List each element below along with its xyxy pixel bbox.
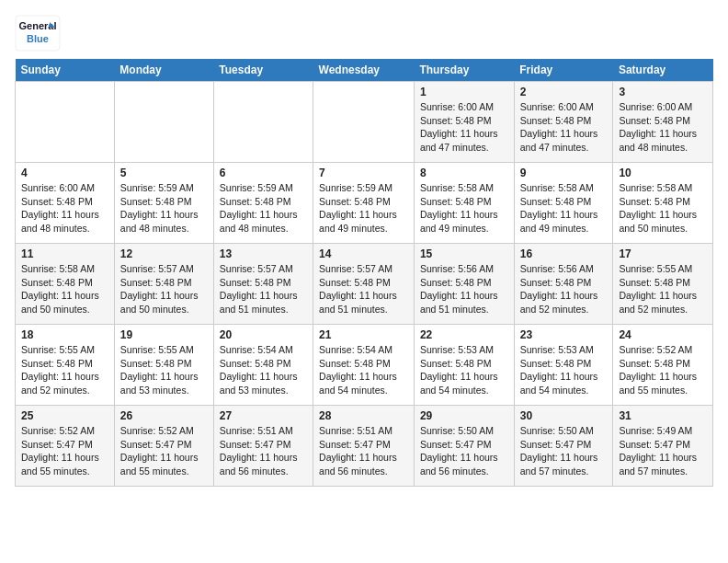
day-info: Sunrise: 5:52 AM Sunset: 5:48 PM Dayligh… xyxy=(619,343,707,397)
day-info: Sunrise: 6:00 AM Sunset: 5:48 PM Dayligh… xyxy=(619,100,707,155)
calendar-cell xyxy=(16,82,115,163)
day-info: Sunrise: 5:50 AM Sunset: 5:47 PM Dayligh… xyxy=(520,424,608,478)
calendar-week-row: 25Sunrise: 5:52 AM Sunset: 5:47 PM Dayli… xyxy=(16,406,713,487)
day-number: 4 xyxy=(21,167,108,179)
day-number: 31 xyxy=(619,409,707,422)
day-number: 27 xyxy=(220,409,307,422)
calendar-cell: 13Sunrise: 5:57 AM Sunset: 5:48 PM Dayli… xyxy=(213,244,313,325)
header-tuesday: Tuesday xyxy=(213,59,313,82)
day-info: Sunrise: 5:57 AM Sunset: 5:48 PM Dayligh… xyxy=(319,262,408,316)
day-info: Sunrise: 5:56 AM Sunset: 5:48 PM Dayligh… xyxy=(420,262,508,316)
day-info: Sunrise: 5:51 AM Sunset: 5:47 PM Dayligh… xyxy=(319,424,408,478)
calendar-cell: 25Sunrise: 5:52 AM Sunset: 5:47 PM Dayli… xyxy=(16,406,115,487)
day-number: 1 xyxy=(420,86,508,98)
calendar-cell: 28Sunrise: 5:51 AM Sunset: 5:47 PM Dayli… xyxy=(313,406,415,487)
calendar-cell: 6Sunrise: 5:59 AM Sunset: 5:48 PM Daylig… xyxy=(213,163,313,244)
day-info: Sunrise: 5:57 AM Sunset: 5:48 PM Dayligh… xyxy=(120,262,208,316)
day-number: 6 xyxy=(220,167,307,179)
day-number: 15 xyxy=(420,247,508,260)
day-number: 25 xyxy=(21,409,108,422)
calendar-cell: 24Sunrise: 5:52 AM Sunset: 5:48 PM Dayli… xyxy=(613,325,713,406)
header-saturday: Saturday xyxy=(613,59,713,82)
day-number: 20 xyxy=(220,328,307,341)
day-info: Sunrise: 5:58 AM Sunset: 5:48 PM Dayligh… xyxy=(21,262,108,316)
day-number: 30 xyxy=(520,409,608,422)
calendar-cell xyxy=(213,82,313,163)
day-info: Sunrise: 5:55 AM Sunset: 5:48 PM Dayligh… xyxy=(21,343,108,397)
day-info: Sunrise: 5:58 AM Sunset: 5:48 PM Dayligh… xyxy=(619,181,707,236)
header-thursday: Thursday xyxy=(414,59,514,82)
calendar-cell: 12Sunrise: 5:57 AM Sunset: 5:48 PM Dayli… xyxy=(114,244,213,325)
calendar-cell: 4Sunrise: 6:00 AM Sunset: 5:48 PM Daylig… xyxy=(16,163,115,244)
calendar-cell: 16Sunrise: 5:56 AM Sunset: 5:48 PM Dayli… xyxy=(514,244,613,325)
day-number: 28 xyxy=(319,409,408,422)
day-info: Sunrise: 5:54 AM Sunset: 5:48 PM Dayligh… xyxy=(220,343,307,397)
day-info: Sunrise: 5:50 AM Sunset: 5:47 PM Dayligh… xyxy=(420,424,508,478)
calendar-cell: 26Sunrise: 5:52 AM Sunset: 5:47 PM Dayli… xyxy=(114,406,213,487)
calendar-cell: 17Sunrise: 5:55 AM Sunset: 5:48 PM Dayli… xyxy=(613,244,713,325)
calendar-cell: 22Sunrise: 5:53 AM Sunset: 5:48 PM Dayli… xyxy=(414,325,514,406)
day-number: 5 xyxy=(120,167,208,179)
header-monday: Monday xyxy=(114,59,213,82)
calendar-week-row: 1Sunrise: 6:00 AM Sunset: 5:48 PM Daylig… xyxy=(16,82,713,163)
header-sunday: Sunday xyxy=(16,59,115,82)
day-number: 22 xyxy=(420,328,508,341)
logo: General Blue xyxy=(15,15,61,52)
calendar-cell: 30Sunrise: 5:50 AM Sunset: 5:47 PM Dayli… xyxy=(514,406,613,487)
calendar-cell: 31Sunrise: 5:49 AM Sunset: 5:47 PM Dayli… xyxy=(613,406,713,487)
day-number: 14 xyxy=(319,247,408,260)
day-number: 16 xyxy=(520,247,608,260)
day-number: 21 xyxy=(319,328,408,341)
calendar-week-row: 18Sunrise: 5:55 AM Sunset: 5:48 PM Dayli… xyxy=(16,325,713,406)
day-info: Sunrise: 5:51 AM Sunset: 5:47 PM Dayligh… xyxy=(220,424,307,478)
day-info: Sunrise: 5:53 AM Sunset: 5:48 PM Dayligh… xyxy=(420,343,508,397)
calendar-cell: 20Sunrise: 5:54 AM Sunset: 5:48 PM Dayli… xyxy=(213,325,313,406)
day-info: Sunrise: 5:55 AM Sunset: 5:48 PM Dayligh… xyxy=(619,262,707,316)
day-number: 10 xyxy=(619,167,707,179)
calendar-cell: 2Sunrise: 6:00 AM Sunset: 5:48 PM Daylig… xyxy=(514,82,613,163)
calendar-cell: 29Sunrise: 5:50 AM Sunset: 5:47 PM Dayli… xyxy=(414,406,514,487)
calendar-cell: 11Sunrise: 5:58 AM Sunset: 5:48 PM Dayli… xyxy=(16,244,115,325)
day-info: Sunrise: 5:58 AM Sunset: 5:48 PM Dayligh… xyxy=(420,181,508,236)
day-info: Sunrise: 6:00 AM Sunset: 5:48 PM Dayligh… xyxy=(520,100,608,155)
calendar-cell: 21Sunrise: 5:54 AM Sunset: 5:48 PM Dayli… xyxy=(313,325,415,406)
day-number: 7 xyxy=(319,167,408,179)
calendar-cell: 5Sunrise: 5:59 AM Sunset: 5:48 PM Daylig… xyxy=(114,163,213,244)
day-info: Sunrise: 5:52 AM Sunset: 5:47 PM Dayligh… xyxy=(120,424,208,478)
header-friday: Friday xyxy=(514,59,613,82)
day-info: Sunrise: 5:52 AM Sunset: 5:47 PM Dayligh… xyxy=(21,424,108,478)
svg-text:Blue: Blue xyxy=(27,33,49,44)
day-number: 26 xyxy=(120,409,208,422)
calendar-cell: 8Sunrise: 5:58 AM Sunset: 5:48 PM Daylig… xyxy=(414,163,514,244)
day-number: 29 xyxy=(420,409,508,422)
day-info: Sunrise: 5:53 AM Sunset: 5:48 PM Dayligh… xyxy=(520,343,608,397)
day-info: Sunrise: 5:54 AM Sunset: 5:48 PM Dayligh… xyxy=(319,343,408,397)
day-number: 24 xyxy=(619,328,707,341)
calendar-cell: 14Sunrise: 5:57 AM Sunset: 5:48 PM Dayli… xyxy=(313,244,415,325)
day-info: Sunrise: 6:00 AM Sunset: 5:48 PM Dayligh… xyxy=(21,181,108,236)
header-wednesday: Wednesday xyxy=(313,59,415,82)
day-number: 17 xyxy=(619,247,707,260)
calendar-cell: 23Sunrise: 5:53 AM Sunset: 5:48 PM Dayli… xyxy=(514,325,613,406)
calendar-cell: 18Sunrise: 5:55 AM Sunset: 5:48 PM Dayli… xyxy=(16,325,115,406)
day-info: Sunrise: 5:58 AM Sunset: 5:48 PM Dayligh… xyxy=(520,181,608,236)
calendar-cell xyxy=(114,82,213,163)
day-number: 2 xyxy=(520,86,608,98)
calendar-cell: 3Sunrise: 6:00 AM Sunset: 5:48 PM Daylig… xyxy=(613,82,713,163)
day-info: Sunrise: 5:57 AM Sunset: 5:48 PM Dayligh… xyxy=(220,262,307,316)
day-info: Sunrise: 6:00 AM Sunset: 5:48 PM Dayligh… xyxy=(420,100,508,155)
day-number: 3 xyxy=(619,86,707,98)
day-number: 8 xyxy=(420,167,508,179)
calendar-cell: 1Sunrise: 6:00 AM Sunset: 5:48 PM Daylig… xyxy=(414,82,514,163)
calendar-cell: 7Sunrise: 5:59 AM Sunset: 5:48 PM Daylig… xyxy=(313,163,415,244)
page-header: General Blue xyxy=(15,15,713,52)
calendar-cell: 19Sunrise: 5:55 AM Sunset: 5:48 PM Dayli… xyxy=(114,325,213,406)
day-number: 9 xyxy=(520,167,608,179)
day-info: Sunrise: 5:59 AM Sunset: 5:48 PM Dayligh… xyxy=(120,181,208,236)
calendar-cell: 9Sunrise: 5:58 AM Sunset: 5:48 PM Daylig… xyxy=(514,163,613,244)
day-info: Sunrise: 5:59 AM Sunset: 5:48 PM Dayligh… xyxy=(319,181,408,236)
calendar-cell: 10Sunrise: 5:58 AM Sunset: 5:48 PM Dayli… xyxy=(613,163,713,244)
day-info: Sunrise: 5:56 AM Sunset: 5:48 PM Dayligh… xyxy=(520,262,608,316)
day-info: Sunrise: 5:49 AM Sunset: 5:47 PM Dayligh… xyxy=(619,424,707,478)
day-number: 11 xyxy=(21,247,108,260)
